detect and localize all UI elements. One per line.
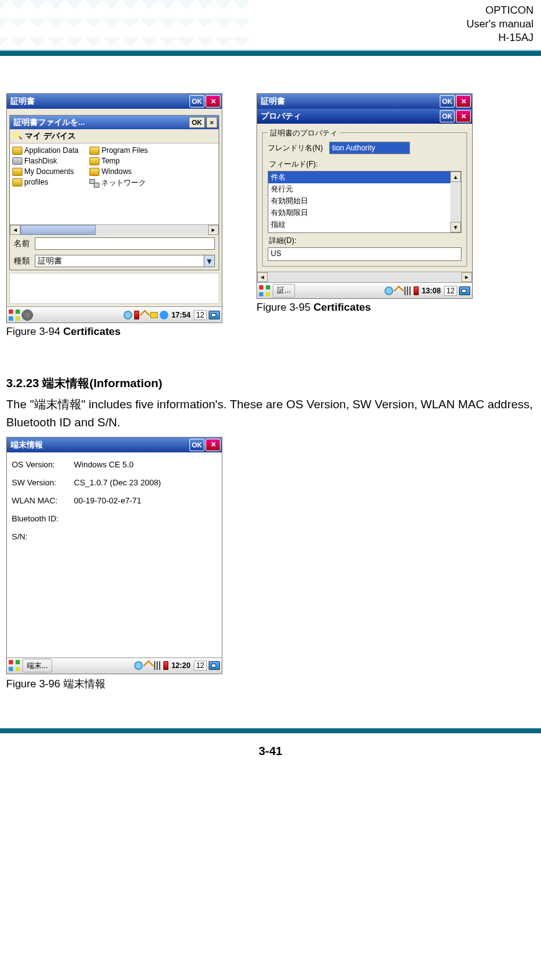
ok-button[interactable]: OK [189,95,204,108]
start-button[interactable] [9,660,20,671]
list-item[interactable]: 件名 [268,172,450,183]
list-item[interactable]: 有効開始日 [268,195,450,207]
header-text: OPTICON User's manual H-15AJ [466,4,534,45]
folder-icon [89,147,99,155]
network-icon [89,179,99,188]
battery-tray-icon[interactable] [414,286,419,295]
close-button[interactable] [206,95,220,108]
figure-caption: Figure 3-95 Certificates [257,301,473,314]
folder-icon [12,168,22,176]
taskbar-app-button[interactable]: 証... [273,284,295,298]
disk-item[interactable]: FlashDisk [12,157,78,165]
type-combobox[interactable]: 証明書 ▼ [35,255,215,267]
outer-title: 証明書 [11,96,188,107]
scroll-right-button[interactable]: ► [208,225,219,235]
background-area [9,273,219,304]
date[interactable]: 12 [194,661,207,671]
bluetooth-tray-icon[interactable] [160,311,168,319]
location-label: マイ デバイス [25,131,76,142]
status-tray-icon[interactable] [145,662,152,669]
taskbar-app-button[interactable]: 端末... [22,659,52,672]
date[interactable]: 12 [194,310,207,320]
folder-item[interactable]: Temp [89,157,148,165]
properties-titlebar: プロパティ OK [257,109,472,124]
clock[interactable]: 12:20 [170,661,192,670]
list-item[interactable]: 発行元 [268,183,450,195]
chevron-down-icon[interactable]: ▼ [204,255,214,267]
clock[interactable]: 13:08 [421,286,442,295]
folder-icon [89,157,99,165]
ok-button[interactable]: OK [440,95,455,108]
network-tray-icon[interactable] [134,661,143,670]
page-header: OPTICON User's manual H-15AJ [0,0,541,56]
header-background [0,0,248,50]
scroll-left-button[interactable]: ◄ [257,272,268,282]
folder-icon [12,147,22,155]
status-tray-icon[interactable] [395,287,402,295]
header-divider [0,50,541,56]
type-label: 種類 [14,255,30,267]
titlebar: 端末情報 OK [7,437,222,452]
network-item[interactable]: ネットワーク [89,178,148,188]
scroll-up-button[interactable]: ▲ [450,172,461,182]
network-tray-icon[interactable] [124,311,132,319]
page-footer: 3-41 [0,728,541,769]
windows-tray-icon[interactable] [209,661,220,670]
status-tray-icon[interactable] [141,311,148,319]
gear-icon[interactable] [22,310,32,320]
close-button[interactable] [456,110,471,122]
scroll-thumb[interactable] [20,225,96,235]
name-input[interactable] [35,237,215,250]
list-item[interactable]: 有効期限日 [268,207,450,219]
friendly-name-input[interactable]: tion Authority [329,142,410,154]
battery-tray-icon[interactable] [134,311,139,319]
status-tray-icon[interactable] [150,312,158,318]
inner-title: 証明書ファイルを... [14,117,189,128]
detail-textbox[interactable]: US [268,247,461,261]
detail-label: 詳細(D): [269,236,461,246]
folder-icon [12,178,22,186]
taskbar: 証... 13:08 12 [257,282,472,298]
folder-item[interactable]: My Documents [12,167,78,176]
folder-item[interactable]: Application Data [12,146,78,155]
ok-button[interactable]: OK [189,117,205,128]
field-listbox[interactable]: 件名 発行元 有効開始日 有効期限日 指紋 ▲ ▼ [268,171,461,233]
network-tray-icon[interactable] [384,286,393,295]
signal-tray-icon[interactable] [404,286,412,295]
section-body: The "端末情報" includes five information's. … [6,395,535,432]
start-button[interactable] [259,285,270,296]
close-button[interactable] [206,439,220,451]
outer-titlebar: 証明書 OK [257,94,472,109]
folder-item[interactable]: Program Files [89,146,148,155]
clock[interactable]: 17:54 [170,311,192,319]
scroll-right-button[interactable]: ► [461,272,472,282]
header-line2: User's manual [466,17,534,31]
scroll-down-button[interactable]: ▼ [450,222,461,232]
list-item[interactable]: 指紋 [268,219,450,231]
battery-tray-icon[interactable] [163,661,168,670]
scroll-left-button[interactable]: ◄ [10,225,20,235]
folder-item[interactable]: profiles [12,178,78,186]
group-legend: 証明書のプロパティ [268,128,340,139]
field-label: フィールド(F): [269,159,461,170]
file-list[interactable]: Application Data FlashDisk My Documents … [10,144,219,224]
cert-properties-group: 証明書のプロパティ フレンドリ名(N) tion Authority フィールド… [262,132,467,267]
page-number: 3-41 [0,744,541,758]
start-button[interactable] [9,309,20,321]
folder-item[interactable]: Windows [89,167,148,176]
close-button[interactable]: × [206,117,217,128]
ok-button[interactable]: OK [440,110,455,122]
ok-button[interactable]: OK [189,439,204,451]
type-value: 証明書 [35,255,204,267]
vertical-scrollbar[interactable]: ▲ ▼ [450,172,461,232]
close-button[interactable] [456,95,471,108]
date[interactable]: 12 [444,286,457,296]
windows-tray-icon[interactable] [459,286,470,295]
horizontal-scrollbar[interactable]: ◄ ► [257,272,472,282]
windows-tray-icon[interactable] [209,311,220,319]
signal-tray-icon[interactable] [154,661,161,670]
horizontal-scrollbar[interactable]: ◄ ► [10,224,219,235]
info-row: OS Version:Windows CE 5.0 [12,460,217,469]
taskbar: 端末... 12:20 12 [7,657,222,674]
search-icon [12,131,22,141]
